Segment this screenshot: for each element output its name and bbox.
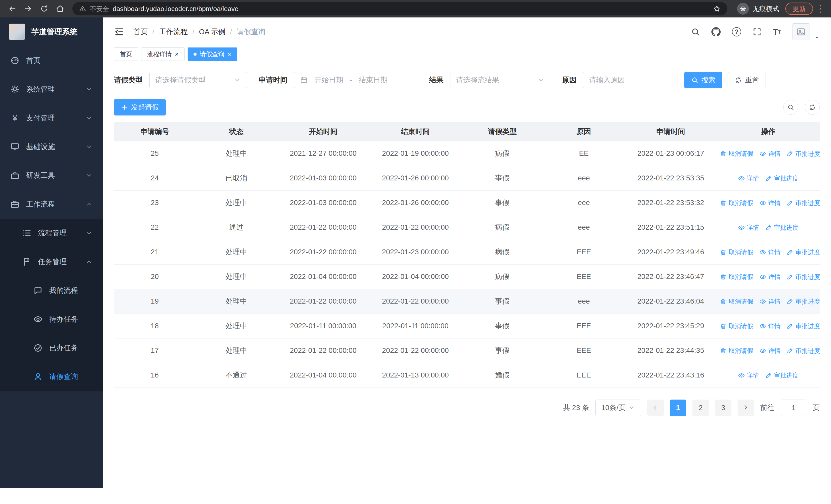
next-page-button[interactable]: [738, 399, 754, 416]
browser-reload-button[interactable]: [37, 2, 51, 16]
browser-forward-button[interactable]: [21, 2, 35, 16]
dashboard-icon: [10, 56, 20, 65]
detail-link[interactable]: 详情: [760, 150, 780, 158]
tab-home[interactable]: 首页: [114, 48, 138, 61]
detail-link[interactable]: 详情: [760, 199, 780, 207]
sidebar-item-label: 基础设施: [26, 142, 55, 152]
sidebar-item-leave-query[interactable]: 请假查询: [0, 362, 103, 391]
browser-update-button[interactable]: 更新: [785, 3, 813, 15]
app-logo[interactable]: 芋道管理系统: [0, 18, 103, 46]
help-icon[interactable]: ?: [732, 27, 741, 36]
table-row: 19 处理中 2022-01-22 00:00:00 2022-01-22 00…: [114, 289, 820, 314]
sidebar-item-devtools[interactable]: 研发工具: [0, 161, 103, 190]
approval-progress-link[interactable]: 审批进度: [786, 248, 820, 256]
cancel-leave-label: 取消请假: [728, 150, 753, 158]
approval-progress-link[interactable]: 审批进度: [786, 322, 820, 330]
cancel-leave-link[interactable]: 取消请假: [720, 347, 753, 355]
search-icon[interactable]: [691, 27, 700, 36]
result-select[interactable]: 请选择流结果: [450, 72, 550, 88]
cancel-leave-link[interactable]: 取消请假: [720, 150, 753, 158]
page-button-1[interactable]: 1: [670, 399, 686, 416]
security-warning-icon: [79, 5, 86, 12]
sidebar-item-my-processes[interactable]: 我的流程: [0, 276, 103, 305]
tab-process-detail[interactable]: 流程详情 ×: [141, 48, 184, 61]
tab-close-icon[interactable]: ×: [227, 51, 231, 58]
address-bar[interactable]: 不安全 dashboard.yudao.iocoder.cn/bpm/oa/le…: [73, 2, 727, 16]
leave-type-select[interactable]: 请选择请假类型: [149, 72, 247, 88]
approval-progress-link[interactable]: 审批进度: [786, 199, 820, 207]
approval-progress-link[interactable]: 审批进度: [786, 273, 820, 281]
browser-home-button[interactable]: [53, 2, 67, 16]
font-size-icon[interactable]: TT: [773, 28, 781, 36]
detail-link[interactable]: 详情: [760, 347, 780, 355]
fullscreen-icon[interactable]: [752, 27, 762, 36]
breadcrumb-item[interactable]: 工作流程: [159, 27, 188, 37]
sidebar-item-payment[interactable]: ¥ 支付管理: [0, 104, 103, 132]
cell-leave-type: 事假: [461, 166, 543, 190]
goto-page-input[interactable]: [781, 399, 806, 416]
prev-page-button[interactable]: [647, 399, 664, 416]
sidebar-item-infrastructure[interactable]: 基础设施: [0, 132, 103, 161]
browser-back-button[interactable]: [5, 2, 20, 16]
cancel-leave-link[interactable]: 取消请假: [720, 248, 753, 256]
chevron-down-icon: [86, 115, 92, 121]
create-leave-button[interactable]: 发起请假: [114, 99, 166, 116]
trash-icon: [720, 323, 726, 329]
browser-menu-icon[interactable]: ⋮: [814, 4, 826, 13]
detail-link[interactable]: 详情: [738, 371, 759, 380]
page-size-select[interactable]: 10条/页: [595, 399, 641, 416]
sidebar-item-workflow[interactable]: 工作流程: [0, 190, 103, 219]
sidebar-item-process-management[interactable]: 流程管理: [0, 219, 103, 247]
page-button-2[interactable]: 2: [692, 399, 709, 416]
reset-button[interactable]: 重置: [728, 72, 766, 88]
app-title: 芋道管理系统: [31, 27, 78, 37]
cell-id: 16: [114, 363, 196, 387]
sidebar-item-done-tasks[interactable]: 已办任务: [0, 334, 103, 362]
breadcrumb-item[interactable]: 首页: [134, 27, 148, 37]
refresh-icon: [735, 77, 742, 84]
approval-progress-label: 审批进度: [795, 322, 820, 330]
cancel-leave-link[interactable]: 取消请假: [720, 297, 753, 306]
tab-close-icon[interactable]: ×: [175, 51, 179, 58]
cancel-leave-label: 取消请假: [728, 322, 753, 330]
sidebar-item-home[interactable]: 首页: [0, 46, 103, 75]
approval-progress-link[interactable]: 审批进度: [786, 347, 820, 355]
tab-leave-query[interactable]: 请假查询 ×: [188, 48, 237, 61]
approval-progress-link[interactable]: 审批进度: [765, 371, 799, 380]
approval-progress-link[interactable]: 审批进度: [786, 150, 820, 158]
github-icon[interactable]: [711, 27, 721, 36]
search-button[interactable]: 搜索: [684, 72, 722, 88]
breadcrumb-item[interactable]: OA 示例: [199, 27, 226, 37]
approval-progress-link[interactable]: 审批进度: [765, 174, 799, 182]
approval-progress-link[interactable]: 审批进度: [765, 224, 799, 232]
sidebar-item-todo-tasks[interactable]: 待办任务: [0, 305, 103, 334]
cancel-leave-link[interactable]: 取消请假: [720, 273, 753, 281]
avatar-caret-icon[interactable]: [814, 35, 820, 40]
cancel-leave-link[interactable]: 取消请假: [720, 322, 753, 330]
detail-link[interactable]: 详情: [738, 174, 759, 182]
detail-link[interactable]: 详情: [738, 224, 759, 232]
detail-label: 详情: [768, 273, 780, 281]
col-header-reason: 原因: [543, 122, 625, 141]
detail-link[interactable]: 详情: [760, 248, 780, 256]
avatar[interactable]: [793, 23, 809, 40]
sidebar-item-task-management[interactable]: 任务管理: [0, 247, 103, 276]
sidebar-item-label: 研发工具: [26, 171, 55, 180]
cancel-leave-link[interactable]: 取消请假: [720, 199, 753, 207]
sidebar-collapse-icon[interactable]: [114, 27, 124, 37]
bookmark-star-icon[interactable]: [713, 5, 721, 12]
cell-start-time: 2022-01-22 00:00:00: [277, 240, 369, 264]
detail-link[interactable]: 详情: [760, 297, 780, 306]
sidebar-item-system[interactable]: 系统管理: [0, 75, 103, 104]
approval-progress-link[interactable]: 审批进度: [786, 297, 820, 306]
page-button-3[interactable]: 3: [715, 399, 732, 416]
refresh-table-button[interactable]: [805, 100, 820, 115]
cell-id: 17: [114, 338, 196, 363]
toggle-search-button[interactable]: [783, 100, 798, 115]
chevron-down-icon: [537, 77, 544, 84]
reason-input[interactable]: [583, 72, 672, 88]
detail-label: 详情: [768, 297, 780, 306]
detail-link[interactable]: 详情: [760, 322, 780, 330]
date-range-picker[interactable]: 开始日期 - 结束日期: [294, 72, 417, 88]
detail-link[interactable]: 详情: [760, 273, 780, 281]
